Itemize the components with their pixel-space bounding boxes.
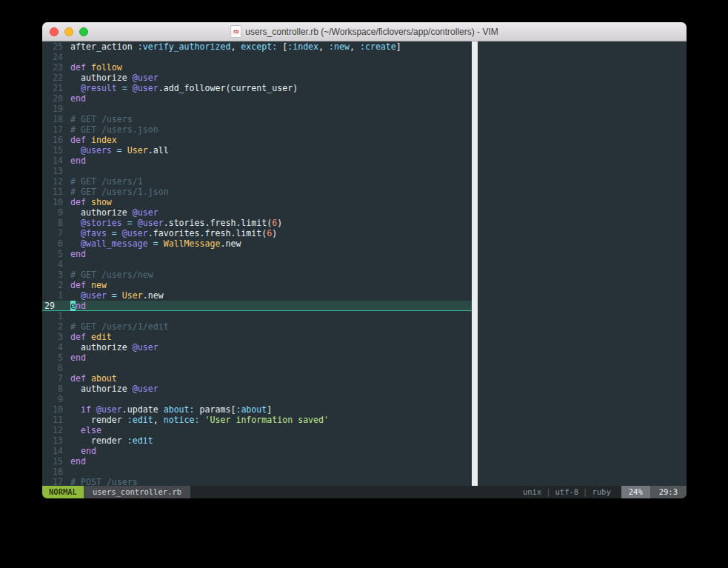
code-text: def follow xyxy=(70,62,122,73)
code-line[interactable]: 17# POST /users xyxy=(42,477,472,486)
code-line[interactable]: 1 xyxy=(42,311,472,321)
code-line[interactable]: 14 end xyxy=(42,446,472,456)
code-line[interactable]: 10def show xyxy=(42,197,472,207)
line-number: 15 xyxy=(42,145,70,156)
code-line[interactable]: 16def index xyxy=(42,135,472,145)
empty-right-pane[interactable] xyxy=(478,41,687,486)
minimize-button[interactable] xyxy=(64,27,73,36)
code-text: def index xyxy=(70,135,117,145)
code-line[interactable]: 13 xyxy=(42,166,472,176)
line-number: 22 xyxy=(42,73,70,83)
code-line[interactable]: 10 if @user.update about: params[:about] xyxy=(42,404,472,415)
code-line[interactable]: 4 authorize @user xyxy=(42,342,472,353)
code-text: else xyxy=(70,425,101,435)
code-line[interactable]: 21 @result = @user.add_follower(current_… xyxy=(42,83,472,93)
code-line[interactable]: 5end xyxy=(42,249,472,259)
code-text: if @user.update about: params[:about] xyxy=(70,404,272,415)
code-line[interactable]: 7def about xyxy=(42,373,472,384)
code-text: def edit xyxy=(70,332,112,342)
code-line[interactable]: 9 xyxy=(42,394,472,404)
code-text: @stories = @user.stories.fresh.limit(6) xyxy=(70,218,282,228)
code-text: end xyxy=(70,353,86,363)
code-text: # GET /users/1 xyxy=(70,176,143,187)
traffic-lights xyxy=(50,27,88,36)
line-number: 2 xyxy=(42,280,70,290)
line-number: 19 xyxy=(42,104,70,114)
code-text: @wall_message = WallMessage.new xyxy=(70,238,241,249)
code-line[interactable]: 3# GET /users/new xyxy=(42,270,472,280)
code-line[interactable]: 9 authorize @user xyxy=(42,207,472,218)
code-line[interactable]: 23def follow xyxy=(42,62,472,73)
code-line[interactable]: 13 render :edit xyxy=(42,435,472,446)
code-line[interactable]: 15 @users = User.all xyxy=(42,145,472,156)
code-line[interactable]: 2# GET /users/1/edit xyxy=(42,321,472,332)
code-line[interactable]: 16 xyxy=(42,467,472,477)
close-button[interactable] xyxy=(50,27,59,36)
code-line[interactable]: 24 xyxy=(42,52,472,62)
code-line[interactable]: 3def edit xyxy=(42,332,472,342)
line-number: 4 xyxy=(42,259,70,270)
line-number: 7 xyxy=(42,373,70,384)
code-line[interactable]: 25after_action :verify_authorized, excep… xyxy=(42,41,472,52)
code-line[interactable]: 18# GET /users xyxy=(42,114,472,124)
code-line[interactable]: 11 render :edit, notice: 'User informati… xyxy=(42,415,472,425)
code-line[interactable]: 12 else xyxy=(42,425,472,435)
code-line[interactable]: 14end xyxy=(42,156,472,166)
code-line[interactable]: 19 xyxy=(42,104,472,114)
code-text: # GET /users xyxy=(70,114,133,124)
status-spacer xyxy=(190,486,523,498)
code-line[interactable]: 7 @favs = @user.favorites.fresh.limit(6) xyxy=(42,228,472,238)
code-area[interactable]: 25after_action :verify_authorized, excep… xyxy=(42,41,472,486)
line-number: 16 xyxy=(42,135,70,145)
title-bar[interactable]: rb users_controller.rb (~/Workspace/ficl… xyxy=(42,22,687,41)
file-info-group: unix|utf-8|ruby xyxy=(523,486,611,498)
code-text: @user = User.new xyxy=(70,290,164,301)
status-scroll-percent: 24% xyxy=(621,486,650,498)
code-text: # GET /users/1.json xyxy=(70,187,169,197)
line-number: 24 xyxy=(42,52,70,62)
code-line[interactable]: 11# GET /users/1.json xyxy=(42,187,472,197)
code-line[interactable]: 22 authorize @user xyxy=(42,73,472,83)
code-line[interactable]: 6 xyxy=(42,363,472,373)
code-text: @users = User.all xyxy=(70,145,169,156)
vim-mode-indicator: NORMAL xyxy=(42,486,84,498)
line-number: 6 xyxy=(42,238,70,249)
window-title: users_controller.rb (~/Workspace/ficlove… xyxy=(245,27,498,37)
line-number: 14 xyxy=(42,446,70,456)
code-line[interactable]: 17# GET /users.json xyxy=(42,124,472,135)
code-line[interactable]: 2def new xyxy=(42,280,472,290)
code-text: @favs = @user.favorites.fresh.limit(6) xyxy=(70,228,277,238)
code-line[interactable]: 5end xyxy=(42,353,472,363)
code-line[interactable]: 12# GET /users/1 xyxy=(42,176,472,187)
code-text: render :edit xyxy=(70,435,153,446)
line-number: 3 xyxy=(42,332,70,342)
line-number: 23 xyxy=(42,62,70,73)
status-bar: NORMAL users_controller.rb unix|utf-8|ru… xyxy=(42,486,687,498)
status-encoding: utf-8 xyxy=(555,487,579,496)
code-line[interactable]: 1 @user = User.new xyxy=(42,290,472,301)
code-line[interactable]: 6 @wall_message = WallMessage.new xyxy=(42,238,472,249)
line-number: 5 xyxy=(42,353,70,363)
zoom-button[interactable] xyxy=(79,27,88,36)
status-filename: users_controller.rb xyxy=(84,486,190,498)
separator: | xyxy=(546,487,550,496)
scrollbar[interactable] xyxy=(472,41,478,486)
code-line[interactable]: 8 authorize @user xyxy=(42,384,472,394)
line-number: 21 xyxy=(42,83,70,93)
line-number: 12 xyxy=(42,176,70,187)
code-line[interactable]: 15end xyxy=(42,456,472,467)
code-line[interactable]: 20end xyxy=(42,93,472,104)
line-number: 17 xyxy=(42,477,70,486)
line-number: 1 xyxy=(42,311,70,321)
code-line[interactable]: 8 @stories = @user.stories.fresh.limit(6… xyxy=(42,218,472,228)
document-proxy-icon[interactable]: rb xyxy=(230,25,241,38)
code-text: authorize @user xyxy=(70,384,158,394)
line-number: 9 xyxy=(42,394,70,404)
code-line[interactable]: 4 xyxy=(42,259,472,270)
line-number: 8 xyxy=(42,384,70,394)
line-number: 25 xyxy=(42,41,70,52)
line-number: 3 xyxy=(42,270,70,280)
code-line-current[interactable]: 29end xyxy=(42,301,472,311)
line-number: 16 xyxy=(42,467,70,477)
status-fileformat: unix xyxy=(523,487,541,496)
